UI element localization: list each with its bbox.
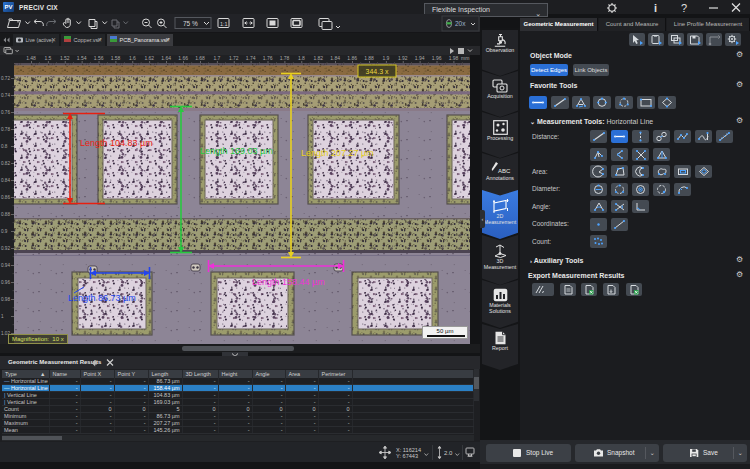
svg-text:0.94: 0.94 xyxy=(1,263,10,268)
svg-text:0.74: 0.74 xyxy=(1,93,10,98)
svg-text:0.8: 0.8 xyxy=(1,144,8,149)
svg-text:0.92: 0.92 xyxy=(1,246,10,251)
svg-text:1.88: 1.88 xyxy=(364,55,374,61)
svg-text:1.76: 1.76 xyxy=(263,55,273,61)
svg-text:1:1: 1:1 xyxy=(220,21,228,27)
svg-text:1.64: 1.64 xyxy=(161,55,171,61)
svg-text:0.78: 0.78 xyxy=(1,127,10,132)
svg-text:1.62: 1.62 xyxy=(144,55,154,61)
svg-text:1.66: 1.66 xyxy=(178,55,188,61)
svg-text:1.52: 1.52 xyxy=(60,55,70,61)
svg-text:1.92: 1.92 xyxy=(398,55,408,61)
svg-text:0.76: 0.76 xyxy=(1,110,10,115)
svg-text:1.94: 1.94 xyxy=(415,55,425,61)
svg-text:1.56: 1.56 xyxy=(94,55,104,61)
svg-text:i: i xyxy=(654,2,657,14)
svg-text:1.5: 1.5 xyxy=(44,55,51,61)
svg-text:1.7: 1.7 xyxy=(213,55,220,61)
svg-text:1.72: 1.72 xyxy=(229,55,239,61)
svg-text:0.88: 0.88 xyxy=(1,212,10,217)
svg-text:Length 86.73 µm: Length 86.73 µm xyxy=(68,293,136,303)
svg-text:0.86: 0.86 xyxy=(1,195,10,200)
svg-text:1.74: 1.74 xyxy=(246,55,256,61)
svg-text:20x: 20x xyxy=(455,20,466,27)
svg-text:1: 1 xyxy=(1,314,4,319)
svg-text:1.58: 1.58 xyxy=(111,55,121,61)
svg-text:75 %: 75 % xyxy=(183,20,198,27)
svg-text:1.48: 1.48 xyxy=(26,55,36,61)
svg-text:Length 158.44 µm: Length 158.44 µm xyxy=(252,277,325,287)
svg-text:1.98: 1.98 xyxy=(449,55,459,61)
svg-text:344.3 x: 344.3 x xyxy=(366,68,389,75)
svg-text:mm: mm xyxy=(461,55,469,61)
svg-text:1.86: 1.86 xyxy=(347,55,357,61)
svg-text:1.68: 1.68 xyxy=(195,55,205,61)
svg-text:1.6: 1.6 xyxy=(129,55,136,61)
svg-text:0.96: 0.96 xyxy=(1,280,10,285)
svg-text:1.82: 1.82 xyxy=(313,55,323,61)
svg-text:Length 169.03 µm: Length 169.03 µm xyxy=(200,146,273,156)
svg-text:Length 207.27 µm: Length 207.27 µm xyxy=(301,148,374,158)
svg-text:0.9: 0.9 xyxy=(1,229,8,234)
svg-text:1.8: 1.8 xyxy=(298,55,305,61)
svg-text:1.9: 1.9 xyxy=(382,55,389,61)
svg-text:1.84: 1.84 xyxy=(330,55,340,61)
svg-text:0.82: 0.82 xyxy=(1,161,10,166)
svg-text:Y: 67443: Y: 67443 xyxy=(396,453,418,459)
svg-text:?: ? xyxy=(681,2,687,14)
svg-text:1.54: 1.54 xyxy=(77,55,87,61)
svg-text:Length 104.83 µm: Length 104.83 µm xyxy=(80,138,153,148)
svg-text:ABC: ABC xyxy=(498,168,511,174)
svg-text:1.96: 1.96 xyxy=(432,55,442,61)
svg-text:0.98: 0.98 xyxy=(1,297,10,302)
svg-text:0.84: 0.84 xyxy=(1,178,10,183)
svg-text:2.0: 2.0 xyxy=(444,450,453,456)
svg-text:0.72: 0.72 xyxy=(1,76,10,81)
svg-text:1.78: 1.78 xyxy=(280,55,290,61)
